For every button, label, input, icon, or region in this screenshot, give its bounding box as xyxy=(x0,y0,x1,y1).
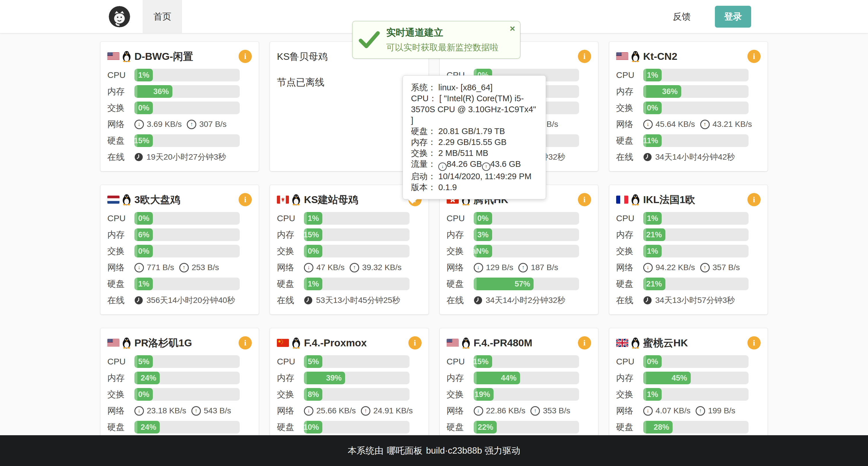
cpu-percent: 1% xyxy=(138,71,153,80)
uptime-value: 34天13小时57分钟3秒 xyxy=(655,295,735,306)
uptime-label: 在线 xyxy=(107,151,134,163)
network-label: 网络 xyxy=(447,405,474,417)
brand-logo[interactable] xyxy=(109,0,130,33)
info-icon[interactable]: i xyxy=(747,336,761,350)
swap-percent: 0% xyxy=(138,104,153,112)
memory-bar: 3% xyxy=(474,228,579,241)
cpu-row: CPU 15% xyxy=(447,355,591,368)
info-icon[interactable]: i xyxy=(239,193,252,206)
swap-label: 交换 xyxy=(447,245,474,257)
info-icon[interactable]: i xyxy=(747,50,761,63)
close-icon[interactable]: × xyxy=(510,24,515,33)
server-card: 腾讯HK i CPU 0% 内存 3% 交换 NaN% 网络 ↓ 129 B/s… xyxy=(439,185,598,315)
swap-bar: 0% xyxy=(643,102,749,114)
upload-arrow-icon: ↑ xyxy=(191,406,201,415)
memory-bar: 45% xyxy=(643,372,749,384)
upload-arrow-icon: ↑ xyxy=(700,120,710,129)
network-row: 网络 ↓ 771 B/s ↑ 253 B/s xyxy=(107,261,252,274)
cpu-percent: 0% xyxy=(138,214,153,223)
uptime-row: 在线 53天13小时45分钟25秒 xyxy=(277,294,421,307)
cpu-label: CPU xyxy=(107,70,134,80)
swap-percent: 0% xyxy=(308,247,322,256)
info-icon[interactable]: i xyxy=(747,193,761,206)
disk-label: 硬盘 xyxy=(616,135,643,147)
server-name: D-BWG-闲置 xyxy=(134,50,193,63)
swap-label: 交换 xyxy=(277,389,304,400)
cpu-label: CPU xyxy=(616,70,643,80)
info-icon[interactable]: i xyxy=(578,193,591,206)
swap-percent: 0% xyxy=(138,247,153,256)
cpu-row: CPU 1% xyxy=(616,69,761,81)
linux-os-icon xyxy=(291,337,301,348)
linux-os-icon xyxy=(461,337,471,348)
cpu-label: CPU xyxy=(277,357,304,366)
network-label: 网络 xyxy=(616,262,643,273)
memory-percent: 36% xyxy=(662,87,681,96)
memory-percent: 21% xyxy=(646,230,665,239)
download-speed: 129 B/s xyxy=(486,263,514,272)
country-flag-icon xyxy=(447,339,459,347)
tooltip-row: 硬盘：20.81 GB/1.79 TB xyxy=(411,126,537,137)
server-name: F.4.-PR480M xyxy=(474,337,532,348)
country-flag-icon xyxy=(616,52,628,60)
download-arrow-icon: ↓ xyxy=(304,406,313,415)
clock-icon xyxy=(134,296,143,305)
memory-percent: 45% xyxy=(672,374,691,382)
disk-bar: 22% xyxy=(474,421,579,433)
memory-label: 内存 xyxy=(447,229,474,241)
swap-bar: 0% xyxy=(134,245,240,258)
disk-percent: 57% xyxy=(515,279,534,289)
server-card: IKL法国1欧 i CPU 1% 内存 21% 交换 1% 网络 ↓ 94.22… xyxy=(609,185,768,315)
server-card: 3欧大盘鸡 i CPU 0% 内存 6% 交换 0% 网络 ↓ 771 B/s … xyxy=(100,185,259,315)
disk-row: 硬盘 28% xyxy=(616,421,761,433)
disk-percent: 1% xyxy=(138,279,153,289)
download-arrow-icon: ↓ xyxy=(474,263,483,272)
footer-panel-link[interactable]: 哪吒面板 xyxy=(387,445,423,457)
disk-label: 硬盘 xyxy=(107,422,134,433)
download-speed: 23.18 KB/s xyxy=(147,406,186,415)
swap-row: 交换 8% xyxy=(277,388,421,401)
uptime-label: 在线 xyxy=(616,295,643,306)
tooltip-row: 流量：↓84.26 GB↑43.6 GB xyxy=(411,159,537,171)
linux-os-icon xyxy=(122,337,131,348)
memory-bar: 6% xyxy=(134,228,240,241)
tab-home[interactable]: 首页 xyxy=(143,0,182,33)
clock-icon xyxy=(474,296,482,305)
info-icon[interactable]: i xyxy=(578,336,591,350)
cpu-percent: 5% xyxy=(138,357,153,366)
memory-bar: 21% xyxy=(643,228,749,241)
upload-speed: 39.32 KB/s xyxy=(362,263,401,272)
info-icon[interactable]: i xyxy=(239,50,252,63)
upload-arrow-icon: ↑ xyxy=(361,406,370,415)
tooltip-row: 版本：0.1.9 xyxy=(411,182,537,193)
memory-bar: 24% xyxy=(134,372,240,384)
disk-row: 硬盘 11% xyxy=(616,134,761,147)
swap-row: 交换 0% xyxy=(277,245,421,258)
swap-percent: 0% xyxy=(647,104,662,112)
cpu-label: CPU xyxy=(616,213,643,223)
upload-speed: 543 B/s xyxy=(204,406,231,415)
cpu-bar: 0% xyxy=(643,355,749,368)
disk-row: 硬盘 57% xyxy=(447,277,591,290)
memory-bar: 36% xyxy=(643,85,749,98)
feedback-link[interactable]: 反馈 xyxy=(673,11,691,23)
download-speed: 25.66 KB/s xyxy=(316,406,356,415)
disk-bar: 15% xyxy=(134,134,240,147)
swap-row: 交换 0% xyxy=(616,102,761,114)
cpu-percent: 15% xyxy=(474,357,492,366)
tooltip-row: CPU：[ "Intel(R) Core(TM) i5-3570S CPU @ … xyxy=(411,93,537,126)
login-button[interactable]: 登录 xyxy=(715,6,751,28)
upload-arrow-icon: ↑ xyxy=(518,263,528,272)
info-icon[interactable]: i xyxy=(239,336,252,350)
network-label: 网络 xyxy=(107,119,134,130)
cpu-percent: 0% xyxy=(647,357,662,366)
swap-row: 交换 1% xyxy=(616,245,761,258)
tooltip-row: 系统：linux- [x86_64] xyxy=(411,82,537,93)
upload-arrow-icon: ↑ xyxy=(695,406,705,415)
memory-row: 内存 36% xyxy=(616,85,761,98)
info-icon[interactable]: i xyxy=(408,336,422,350)
country-flag-icon xyxy=(616,339,628,347)
swap-bar: 8% xyxy=(304,388,409,401)
server-name: 蜜桃云HK xyxy=(643,336,688,350)
info-icon[interactable]: i xyxy=(578,50,591,63)
